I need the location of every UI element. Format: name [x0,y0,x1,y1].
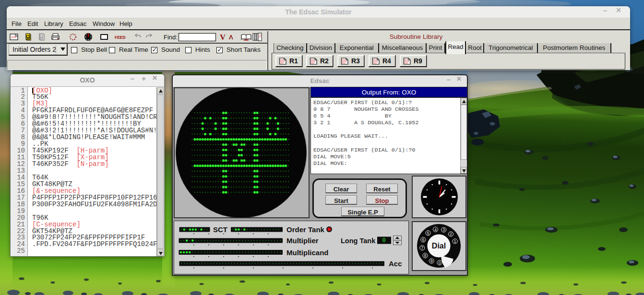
svg-text:V: V [220,33,226,42]
svg-text:4: 4 [434,227,437,232]
svg-text:7: 7 [421,246,423,250]
svg-text:3: 3 [442,227,445,232]
svg-text:9: 9 [430,259,433,263]
svg-text:FEED: FEED [115,35,126,40]
svg-text:0: 0 [382,237,385,244]
svg-text:2: 2 [450,232,452,236]
svg-text:6: 6 [422,237,424,242]
svg-text:5: 5 [427,231,429,236]
svg-text:8: 8 [424,253,426,258]
svg-text:Dial: Dial [432,242,446,250]
svg-text:0: 0 [438,260,441,265]
svg-text:Λ: Λ [229,34,233,41]
svg-text:1: 1 [454,239,456,244]
svg-text:Find:: Find: [164,34,178,41]
